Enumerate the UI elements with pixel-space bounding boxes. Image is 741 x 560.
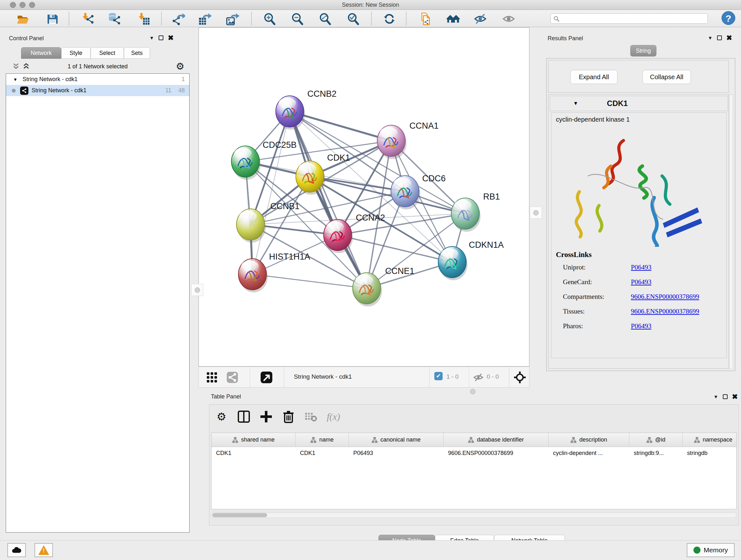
collection-expand-icon[interactable]: ▼ xyxy=(13,77,17,82)
results-float-icon[interactable] xyxy=(717,36,722,40)
crosslink-link[interactable]: P06493 xyxy=(631,322,651,330)
first-neighbors-icon[interactable] xyxy=(445,12,461,25)
expand-all-button[interactable]: Expand All xyxy=(570,70,617,84)
import-network-icon[interactable] xyxy=(79,12,96,25)
crosslink-label: Pharos: xyxy=(556,322,631,330)
crosslink-label: Compartments: xyxy=(556,293,631,301)
cell-shared-name[interactable]: CDK1 xyxy=(212,450,295,456)
network-canvas[interactable]: CCNB2CCNA1CDC25BCDK1CDC6RB1CCNB1CCNA2CDK… xyxy=(199,27,529,367)
network-row-selected[interactable]: String Network - cdk1 11 48 xyxy=(6,85,189,96)
crosslink-link[interactable]: 9606.ENSP00000378699 xyxy=(631,293,699,301)
results-menu-icon[interactable]: ▼ xyxy=(708,35,713,41)
panel-menu-icon[interactable]: ▼ xyxy=(149,35,154,41)
crosslink-link[interactable]: P06493 xyxy=(631,278,651,286)
import-database-icon[interactable] xyxy=(106,12,123,25)
crosslink-link[interactable]: P06493 xyxy=(631,263,651,271)
selected-checkbox-icon[interactable]: ✔ xyxy=(434,372,443,380)
table-settings-gear-icon[interactable]: ⚙ xyxy=(215,410,228,423)
node-CCNA1[interactable]: CCNA1 xyxy=(377,121,439,159)
open-folder-icon[interactable] xyxy=(15,12,31,25)
table-float-icon[interactable] xyxy=(723,394,728,399)
tab-network[interactable]: Network xyxy=(21,47,61,59)
node-CDC25B[interactable]: CDC25B xyxy=(231,140,297,180)
control-panel-tabs: NetworkStyleSelectSets xyxy=(21,47,150,59)
cell-@id[interactable]: stringdb:9... xyxy=(629,450,683,456)
node-CDC6[interactable]: CDC6 xyxy=(391,174,446,209)
network-collection-row[interactable]: ▼ String Network - cdk1 1 xyxy=(6,74,189,85)
crosslink-link[interactable]: 9606.ENSP00000378699 xyxy=(631,307,699,315)
node-CCNB2[interactable]: CCNB2 xyxy=(276,89,337,130)
warnings-button[interactable]: ! xyxy=(35,543,53,557)
edge-CCNA2-CDKN1A[interactable] xyxy=(338,235,452,262)
hidden-eye-icon[interactable] xyxy=(473,372,484,383)
results-close-icon[interactable]: ✖ xyxy=(726,36,732,40)
entry-collapse-icon[interactable]: ▼ xyxy=(573,101,578,106)
panel-close-icon[interactable]: ✖ xyxy=(168,36,174,40)
save-icon[interactable] xyxy=(44,12,61,25)
table-close-icon[interactable]: ✖ xyxy=(732,394,738,399)
detach-view-icon[interactable] xyxy=(260,371,273,384)
cell-namespace[interactable]: stringdb xyxy=(683,450,737,456)
panel-float-icon[interactable] xyxy=(158,36,163,40)
cloud-button[interactable] xyxy=(7,543,26,557)
show-all-icon[interactable] xyxy=(500,12,517,25)
column-header-database-identifier[interactable]: database identifier xyxy=(444,433,549,447)
zoom-fit-icon[interactable] xyxy=(317,12,333,25)
column-header-name[interactable]: name xyxy=(295,433,349,447)
export-table-icon[interactable] xyxy=(197,12,213,25)
memory-button[interactable]: Memory xyxy=(687,543,735,557)
edge-HIST1H1A-CCNE1[interactable] xyxy=(253,274,367,288)
collapse-all-button[interactable]: Collapse All xyxy=(643,70,691,84)
refresh-icon[interactable] xyxy=(381,12,398,25)
export-network-icon[interactable] xyxy=(170,12,186,25)
node-CDKN1A[interactable]: CDKN1A xyxy=(438,240,504,280)
column-header-canonical-name[interactable]: canonical name xyxy=(349,433,444,447)
view-grid-icon[interactable] xyxy=(206,372,217,383)
zoom-selected-icon[interactable] xyxy=(345,12,361,25)
cell-canonical-name[interactable]: P06493 xyxy=(349,450,444,456)
show-columns-icon[interactable] xyxy=(238,410,250,423)
column-header-description[interactable]: description xyxy=(549,433,629,447)
tab-select[interactable]: Select xyxy=(91,47,124,59)
search-input[interactable] xyxy=(550,13,708,23)
warning-icon: ! xyxy=(38,545,49,555)
new-network-document-icon[interactable] xyxy=(417,12,433,25)
tab-sets[interactable]: Sets xyxy=(124,47,150,59)
delete-column-icon[interactable] xyxy=(282,410,295,423)
edge-CCNB2-CCNA1[interactable] xyxy=(290,111,391,141)
cell-database-identifier[interactable]: 9606.ENSP00000378699 xyxy=(444,450,549,456)
zoom-in-icon[interactable] xyxy=(261,12,278,25)
node-table[interactable]: shared namenamecanonical namedatabase id… xyxy=(211,433,737,509)
column-header-shared-name[interactable]: shared name xyxy=(212,433,295,447)
import-table-icon[interactable] xyxy=(135,12,152,25)
birds-eye-view-icon[interactable] xyxy=(514,371,526,384)
hide-selected-icon[interactable] xyxy=(472,12,488,25)
node-RB1[interactable]: RB1 xyxy=(451,192,500,232)
results-list: ▼ CDK1 cyclin-dependent kinase 1 CrossLi… xyxy=(548,94,729,369)
right-splitter-handle[interactable] xyxy=(530,206,542,219)
node-CCNE1[interactable]: CCNE1 xyxy=(353,266,414,307)
search-icon xyxy=(553,16,560,22)
network-options-gear-icon[interactable]: ⚙ xyxy=(176,61,185,72)
table-row[interactable]: CDK1CDK1P064939606.ENSP00000378699cyclin… xyxy=(212,447,736,459)
cell-name[interactable]: CDK1 xyxy=(295,450,349,456)
results-scrollbar[interactable] xyxy=(729,95,733,369)
left-splitter-handle[interactable] xyxy=(191,284,203,296)
table-menu-icon[interactable]: ▼ xyxy=(714,394,718,399)
network-status-dot xyxy=(12,89,16,92)
tab-style[interactable]: Style xyxy=(61,47,91,59)
export-image-icon[interactable] xyxy=(224,12,241,25)
cell-description[interactable]: cyclin-dependent ... xyxy=(549,450,629,456)
column-header-@id[interactable]: @id xyxy=(629,433,683,447)
node-HIST1H1A[interactable]: HIST1H1A xyxy=(239,252,310,293)
gene-entry-body: cyclin-dependent kinase 1 CrossLinks Uni… xyxy=(551,112,727,358)
tab-string[interactable]: String xyxy=(630,45,657,57)
add-column-icon[interactable] xyxy=(260,410,273,423)
zoom-out-icon[interactable] xyxy=(289,12,306,25)
column-header-namespace[interactable]: namespace xyxy=(683,433,737,447)
gene-entry-header[interactable]: ▼ CDK1 xyxy=(550,96,728,111)
view-share-icon[interactable] xyxy=(226,371,239,383)
network-icon xyxy=(20,86,28,95)
help-button[interactable]: ? xyxy=(722,11,735,25)
table-horizontal-scrollbar[interactable] xyxy=(211,512,737,518)
